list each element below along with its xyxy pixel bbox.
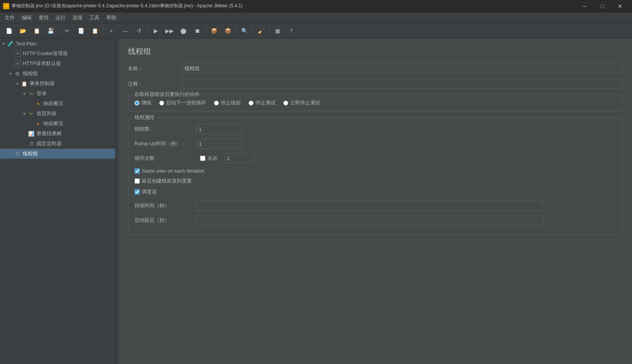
forever-checkbox[interactable] xyxy=(200,156,205,161)
radio-start-next[interactable]: 启动下一进程循环 xyxy=(159,99,206,106)
toolbar-btn-cut[interactable]: ✂ xyxy=(61,25,74,37)
name-input[interactable] xyxy=(182,64,623,74)
loop-count-row: 循环次数 永远 xyxy=(134,153,616,163)
tree-icon-results-tree: 📊 xyxy=(28,130,35,137)
sidebar-item-transaction-ctrl[interactable]: ▼📋事务控制器 xyxy=(0,79,115,89)
radio-stop-test-input[interactable] xyxy=(249,101,254,106)
maximize-button[interactable]: □ xyxy=(593,0,611,12)
sidebar-item-http-defaults[interactable]: ✕HTTP请求默认值 xyxy=(0,59,115,69)
sidebar-item-test-plan[interactable]: ▼🧪Test Plan xyxy=(0,39,115,49)
sidebar-item-login-response[interactable]: 🔸响应断言 xyxy=(0,99,115,109)
tree-label-page-response: 响应断言 xyxy=(44,120,64,127)
ramp-up-row: Ramp-Up时间（秒）： xyxy=(134,139,616,149)
tree-label-http-defaults: HTTP请求默认值 xyxy=(23,60,61,67)
startup-delay-label: 启动延迟（秒） xyxy=(134,217,196,224)
menu-item-帮助[interactable]: 帮助 xyxy=(103,13,119,22)
comment-input[interactable] xyxy=(182,79,623,89)
toolbar-btn-run[interactable]: ▶ xyxy=(149,25,162,37)
startup-delay-input[interactable] xyxy=(196,215,543,225)
title-bar: ⚡ 事物控制器.jmx (D:\安装包\apache-jmeter-5.4.1\… xyxy=(0,0,632,12)
menu-item-文件[interactable]: 文件 xyxy=(2,13,18,22)
delayed-start-checkbox-wrapper[interactable]: 延迟创建线程直到需要 xyxy=(134,178,616,185)
thread-count-label: 线程数： xyxy=(134,126,196,133)
name-row: 名称： xyxy=(128,64,623,74)
ramp-up-label: Ramp-Up时间（秒）： xyxy=(134,140,196,147)
radio-start-next-input[interactable] xyxy=(159,101,164,106)
resize-handle[interactable]: ⋮ xyxy=(116,39,119,364)
radio-continue-input[interactable] xyxy=(134,101,140,106)
minimize-button[interactable]: ─ xyxy=(576,0,593,12)
toolbar-btn-templates[interactable]: 📋 xyxy=(30,25,43,37)
tree-icon-login-response: 🔸 xyxy=(35,100,42,107)
sidebar-item-thread-group-sel[interactable]: ⚙线程组 xyxy=(0,149,115,159)
toolbar-btn-search[interactable]: 🔍 xyxy=(238,25,251,37)
forever-checkbox-wrapper[interactable]: 永远 xyxy=(200,155,217,162)
toolbar-btn-help[interactable]: ? xyxy=(285,25,298,37)
toolbar-btn-remove[interactable]: — xyxy=(119,25,132,37)
toolbar-btn-jar2[interactable]: 📦 xyxy=(221,25,234,37)
radio-stop-thread[interactable]: 停止线程 xyxy=(214,99,241,106)
sidebar-item-results-tree[interactable]: 📊察看结果树 xyxy=(0,129,115,139)
tree-icon-http-defaults: ✕ xyxy=(14,60,21,67)
same-user-checkbox[interactable] xyxy=(134,168,140,174)
toolbar-btn-stop-now[interactable]: ⏹ xyxy=(191,25,204,37)
radio-stop-thread-label: 停止线程 xyxy=(221,99,241,106)
radio-stop-test-now-input[interactable] xyxy=(283,101,288,106)
scheduler-checkbox[interactable] xyxy=(134,189,140,195)
tree-label-thread-group-sel: 线程组 xyxy=(23,150,38,157)
radio-stop-test-now[interactable]: 立即停止测试 xyxy=(283,99,320,106)
menu-item-查找[interactable]: 查找 xyxy=(35,13,52,22)
toolbar-btn-stop[interactable]: ⬤ xyxy=(177,25,190,37)
menu-item-编辑[interactable]: 编辑 xyxy=(18,13,35,22)
tree-icon-cookie-mgr: ✕ xyxy=(14,50,21,57)
radio-continue[interactable]: 继续 xyxy=(134,99,151,106)
tree-label-cookie-mgr: HTTP Cookie管理器 xyxy=(23,50,68,57)
toolbar-btn-reset[interactable]: ↺ xyxy=(133,25,146,37)
toolbar-btn-clear[interactable]: 🧹 xyxy=(254,25,267,37)
toolbar-btn-table[interactable]: ▦ xyxy=(271,25,284,37)
toolbar-btn-run-no-pause[interactable]: ▶▶ xyxy=(163,25,176,37)
duration-label: 持续时间（秒） xyxy=(134,202,196,209)
sidebar-item-login[interactable]: ▼✏登录 xyxy=(0,89,115,99)
scheduler-section: 持续时间（秒） 启动延迟（秒） xyxy=(134,201,616,225)
tree-icon-transaction-ctrl: 📋 xyxy=(21,80,28,87)
delayed-start-label: 延迟创建线程直到需要 xyxy=(142,178,192,185)
tree-icon-page-response: 🔸 xyxy=(35,120,42,127)
menu-item-工具[interactable]: 工具 xyxy=(86,13,103,22)
toolbar-btn-save[interactable]: 💾 xyxy=(44,25,57,37)
toolbar-btn-open[interactable]: 📂 xyxy=(16,25,29,37)
sidebar-item-thread-group[interactable]: ▼⚙线程组 xyxy=(0,69,115,79)
tree-icon-thread-group-sel: ⚙ xyxy=(14,150,21,157)
toolbar-separator-14 xyxy=(205,26,206,35)
toolbar-btn-add[interactable]: + xyxy=(105,25,118,37)
toolbar-separator-7 xyxy=(103,26,103,35)
sidebar-item-cookie-mgr[interactable]: ✕HTTP Cookie管理器 xyxy=(0,49,115,59)
sidebar-item-page-list[interactable]: ▼✏首页列表 xyxy=(0,109,115,119)
radio-stop-thread-input[interactable] xyxy=(214,101,219,106)
same-user-checkbox-wrapper[interactable]: Same user on each iteration xyxy=(134,168,616,174)
close-button[interactable]: ✕ xyxy=(611,0,629,12)
tree-arrow-test-plan: ▼ xyxy=(2,42,7,46)
scheduler-checkbox-wrapper[interactable]: 调度器 xyxy=(134,188,616,195)
error-action-section: 在取样器错误后要执行的动作 继续 启动下一进程循环 停止线程 停止测试 xyxy=(128,94,623,111)
menu-item-运行[interactable]: 运行 xyxy=(52,13,69,22)
menu-item-选项[interactable]: 选项 xyxy=(69,13,86,22)
tree-label-results-tree: 察看结果树 xyxy=(37,130,62,137)
radio-stop-test[interactable]: 停止测试 xyxy=(249,99,276,106)
ramp-up-input[interactable] xyxy=(196,139,242,149)
toolbar-btn-jar1[interactable]: 📦 xyxy=(207,25,220,37)
sidebar-item-timer[interactable]: ⏱固定定时器 xyxy=(0,139,115,149)
toolbar-btn-new[interactable]: 📄 xyxy=(2,25,15,37)
error-action-group: 继续 启动下一进程循环 停止线程 停止测试 立即停止测试 xyxy=(134,99,616,106)
tree-arrow-thread-group: ▼ xyxy=(8,72,14,76)
loop-count-input[interactable] xyxy=(224,153,255,163)
sidebar-item-page-response[interactable]: 🔸响应断言 xyxy=(0,119,115,129)
tree-icon-thread-group: ⚙ xyxy=(14,70,21,77)
duration-input[interactable] xyxy=(196,201,543,211)
toolbar-btn-paste[interactable]: 📋 xyxy=(88,25,101,37)
toolbar-btn-copy[interactable]: 📑 xyxy=(74,25,87,37)
toolbar-separator-10 xyxy=(147,26,148,35)
toolbar-separator-4 xyxy=(59,26,59,35)
thread-count-input[interactable] xyxy=(196,124,242,134)
delayed-start-checkbox[interactable] xyxy=(134,178,140,184)
